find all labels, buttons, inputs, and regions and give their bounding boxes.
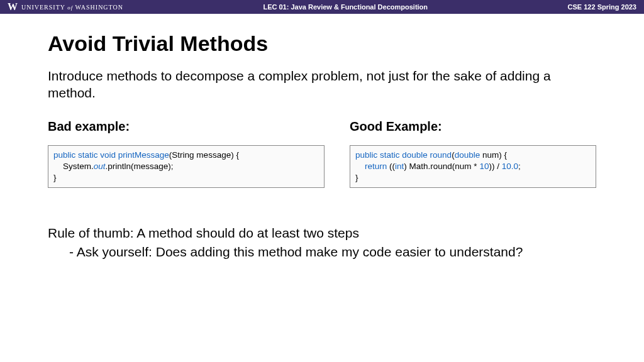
- university-name: UNIVERSITY of WASHINGTON: [21, 4, 123, 11]
- uw-logo: W: [8, 1, 18, 13]
- lecture-title: LEC 01: Java Review & Functional Decompo…: [263, 3, 428, 11]
- bad-example-column: Bad example: public static void printMes…: [48, 119, 325, 189]
- good-example-column: Good Example: public static double round…: [350, 119, 596, 189]
- header-left: W UNIVERSITY of WASHINGTON: [8, 1, 123, 13]
- rule-of-thumb: Rule of thumb: A method should do at lea…: [48, 226, 596, 241]
- course-label: CSE 122 Spring 2023: [568, 3, 636, 11]
- examples-row: Bad example: public static void printMes…: [48, 119, 596, 189]
- intro-text: Introduce methods to decompose a complex…: [48, 67, 596, 102]
- slide-title: Avoid Trivial Methods: [48, 31, 596, 56]
- good-example-label: Good Example:: [350, 119, 596, 134]
- subrule-text: Ask yourself: Does adding this method ma…: [48, 244, 596, 260]
- slide-header: W UNIVERSITY of WASHINGTON LEC 01: Java …: [0, 0, 644, 14]
- good-example-code: public static double round(double num) {…: [350, 145, 596, 189]
- bad-example-code: public static void printMessage(String m…: [48, 145, 325, 189]
- slide-content: Avoid Trivial Methods Introduce methods …: [0, 14, 644, 260]
- bad-example-label: Bad example:: [48, 119, 325, 134]
